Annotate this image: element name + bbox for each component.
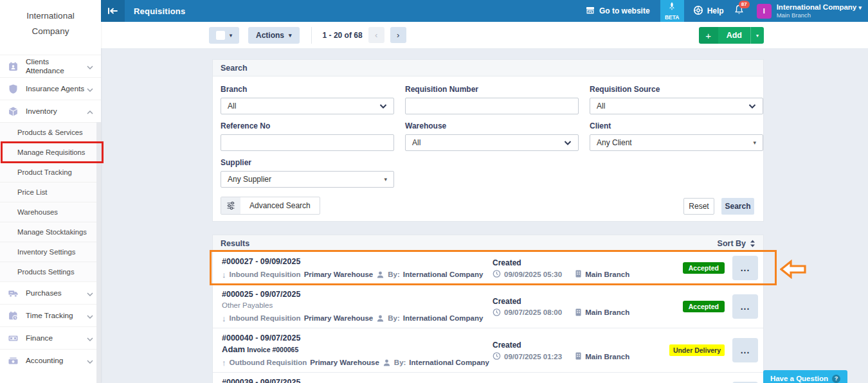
sidebar-item-time-tracking[interactable]: Time Tracking (0, 304, 101, 326)
invoice-ref: Invoice #000065 (247, 346, 298, 353)
sidebar-item-clients-attendance[interactable]: Clients Attendance (0, 55, 101, 77)
go-to-website-link[interactable]: Go to website (585, 6, 650, 17)
sidebar-item-accounting[interactable]: Accounting (0, 349, 101, 371)
created-datetime: 09/07/2025 01:23 (504, 352, 562, 360)
created-by: International Company (409, 358, 489, 368)
supplier-select[interactable]: Any Supplier ▾ (221, 171, 394, 188)
sidebar-subitem-manage-stocktakings[interactable]: Manage Stocktakings (0, 222, 101, 242)
company-logo[interactable]: International Company (0, 0, 101, 39)
sidebar-item-insurance-agents[interactable]: Insurance Agents (0, 77, 101, 100)
sidebar-item-label: Clients Attendance (26, 57, 87, 75)
chevron-down-icon: ▾ (858, 4, 862, 11)
row-more-button[interactable]: ... (732, 294, 758, 319)
requisition-row[interactable]: #000027 - 09/09/2025 ↓ Inbound Requisiti… (213, 252, 763, 285)
created-label: Created (493, 258, 629, 267)
sidebar-item-purchases[interactable]: Purchases (0, 281, 101, 304)
reference-no-input[interactable] (221, 134, 394, 151)
search-panel-title: Search (221, 64, 248, 73)
beta-label: BETA (665, 14, 680, 21)
previous-page-button[interactable]: ‹ (368, 27, 384, 43)
account-menu[interactable]: I International Company ▾ Main Branch (757, 3, 862, 19)
results-title: Results (221, 239, 249, 248)
branch-select[interactable]: All (221, 98, 394, 114)
status-badge: Under Delivery (669, 344, 725, 356)
sidebar-subitem-products-settings[interactable]: Products Settings (0, 262, 101, 281)
reset-button[interactable]: Reset (683, 198, 714, 215)
branch-name: Main Branch (585, 352, 629, 360)
sidebar-subitem-manage-requisitions[interactable]: Manage Requisitions (0, 142, 101, 162)
search-panel: Search Branch All Requisition Number Req… (212, 59, 764, 222)
sidebar-subitem-warehouses[interactable]: Warehouses (0, 202, 101, 222)
sidebar-item-inventory[interactable]: Inventory (0, 100, 101, 122)
sidebar-item-label: Insurance Agents (26, 84, 87, 93)
search-button[interactable]: Search (721, 198, 754, 215)
sidebar-subitem-inventory-settings[interactable]: Inventory Settings (0, 242, 101, 262)
results-panel: Results Sort By #000027 - 09/09/2025 ↓ I… (212, 235, 764, 383)
branch-name: Main Branch (585, 308, 629, 316)
company-logo-line2: Company (4, 24, 97, 39)
subitem-label: Price List (17, 188, 47, 196)
have-a-question-label: Have a Question (770, 375, 828, 382)
topbar: Requisitions Go to website BETA Help 87 … (101, 0, 868, 22)
chevron-down-icon (87, 310, 93, 321)
requisition-row[interactable]: #000025 - 09/07/2025 Other Payables ↓ In… (213, 285, 763, 328)
actions-button[interactable]: Actions ▾ (248, 27, 300, 44)
warehouse-label: Warehouse (405, 121, 579, 130)
page-title: Requisitions (134, 6, 185, 16)
notifications-button[interactable]: 87 (734, 4, 744, 18)
topbar-right: Go to website BETA Help 87 I Internation… (585, 0, 868, 22)
next-page-button[interactable]: › (390, 27, 406, 43)
sidebar-scrollbar[interactable] (96, 122, 101, 383)
client-select[interactable]: Any Client ▾ (590, 134, 763, 151)
warehouse-select[interactable]: All (405, 134, 579, 151)
chevron-up-icon (87, 105, 93, 117)
chevron-down-icon (87, 332, 93, 344)
collapse-sidebar-button[interactable] (101, 0, 125, 22)
add-button[interactable]: + Add ▾ (699, 27, 764, 44)
warehouse-name: Primary Warehouse (304, 270, 374, 280)
row-more-button[interactable]: ... (732, 256, 758, 280)
notification-count-badge: 87 (739, 1, 750, 8)
requisition-number-input[interactable] (405, 98, 579, 114)
lifebuoy-icon (693, 5, 703, 17)
beta-button[interactable]: BETA (660, 0, 684, 22)
select-all-dropdown[interactable]: ▾ (209, 27, 239, 44)
shield-icon (8, 84, 19, 94)
by-label: By: (394, 358, 406, 368)
sidebar-subitem-price-list[interactable]: Price List (0, 182, 101, 202)
results-header: Results Sort By (213, 235, 763, 252)
sidebar-item-label: Finance (26, 334, 87, 343)
have-a-question-button[interactable]: Have a Question ? (763, 370, 847, 383)
account-name: International Company ▾ (777, 3, 862, 12)
sidebar-subitem-products-services[interactable]: Products & Services (0, 122, 101, 142)
add-label: Add (718, 27, 750, 44)
chevron-down-icon[interactable]: ▾ (750, 27, 764, 44)
sidebar-item-finance[interactable]: Finance (0, 326, 101, 349)
requisition-type: Outbound Requisition (230, 358, 307, 368)
requisition-row[interactable]: #000040 - 09/07/2025 Adam Invoice #00006… (213, 328, 763, 373)
help-link[interactable]: Help (693, 5, 724, 17)
client-label: Client (590, 121, 763, 130)
warehouse-name: Primary Warehouse (304, 314, 374, 323)
sort-by-label: Sort By (718, 239, 746, 248)
sidebar-item-label: Accounting (26, 356, 87, 365)
chevron-down-icon (87, 355, 93, 366)
reference-no-label: Reference No (221, 121, 394, 130)
chevron-down-icon (87, 287, 93, 299)
subitem-label: Manage Stocktakings (17, 228, 87, 236)
sort-by-control[interactable]: Sort By (718, 239, 755, 248)
requisition-row[interactable]: #000039 - 09/07/2025 Created ... (213, 373, 763, 383)
row-more-button[interactable]: ... (732, 338, 758, 362)
subitem-label: Product Tracking (17, 168, 72, 176)
advanced-search-button[interactable]: Advanced Search (221, 197, 320, 215)
branch-value: All (228, 102, 379, 111)
requisition-source-value: All (597, 102, 748, 111)
by-label: By: (388, 314, 400, 323)
account-branch: Main Branch (777, 12, 862, 19)
chevron-down-icon (748, 104, 756, 109)
select-all-checkbox[interactable] (216, 31, 225, 40)
client-value: Any Client (597, 138, 753, 147)
requisition-source-select[interactable]: All (590, 98, 763, 114)
created-by: International Company (403, 270, 484, 280)
sidebar-subitem-product-tracking[interactable]: Product Tracking (0, 162, 101, 182)
